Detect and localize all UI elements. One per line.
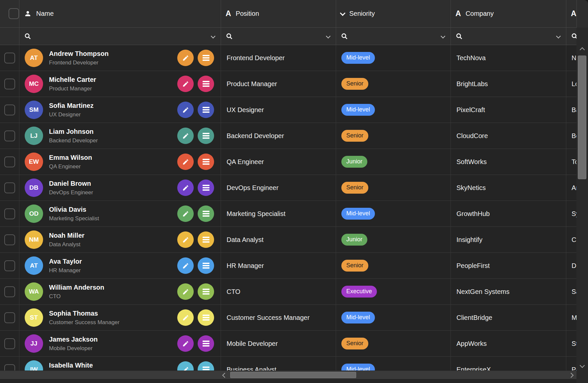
table-row[interactable]: SMSofia MartinezUX DesignerUX DesignerMi… <box>0 97 588 123</box>
scroll-down-arrow-icon[interactable] <box>580 363 585 368</box>
table-row[interactable]: STSophia ThomasCustomer Success ManagerC… <box>0 305 588 331</box>
name-cell: DBDaniel BrownDevOps Engineer <box>19 175 221 201</box>
person-name: Ava Taylor <box>49 258 82 265</box>
hamburger-icon <box>203 289 209 295</box>
table-row[interactable]: LJLiam JohnsonBackend DeveloperBackend D… <box>0 123 588 149</box>
menu-button[interactable] <box>198 154 214 170</box>
company-cell: AppWorks <box>451 331 566 356</box>
header-select-all-cell <box>0 0 19 27</box>
position-cell: Product Manager <box>221 71 336 97</box>
filter-cell-company <box>451 28 566 45</box>
column-header-position[interactable]: A Position <box>221 0 336 27</box>
name-text-block: Michelle CarterProduct Manager <box>49 76 96 92</box>
table-row[interactable]: ATAva TaylorHR ManagerHR ManagerSeniorPe… <box>0 253 588 279</box>
edit-button[interactable] <box>177 205 194 222</box>
name-text-block: Sophia ThomasCustomer Success Manager <box>49 310 119 326</box>
column-header-company[interactable]: A Company <box>451 0 566 27</box>
column-header-seniority[interactable]: Seniority <box>336 0 451 27</box>
row-checkbox[interactable] <box>4 208 15 219</box>
scroll-up-arrow-icon[interactable] <box>580 47 585 53</box>
menu-button[interactable] <box>198 50 214 66</box>
edit-button[interactable] <box>177 257 194 274</box>
select-all-checkbox[interactable] <box>9 8 19 19</box>
row-checkbox[interactable] <box>4 79 15 89</box>
row-select-cell <box>0 45 19 71</box>
menu-button[interactable] <box>198 283 214 300</box>
seniority-filter-input[interactable] <box>348 33 441 40</box>
name-text-block: Emma WilsonQA Engineer <box>49 154 92 170</box>
position-cell: QA Engineer <box>221 149 336 175</box>
edit-button[interactable] <box>177 231 194 248</box>
table-row[interactable]: EWEmma WilsonQA EngineerQA EngineerJunio… <box>0 149 588 175</box>
menu-button[interactable] <box>198 76 214 92</box>
table-row[interactable]: ODOlivia DavisMarketing SpecialistMarket… <box>0 201 588 227</box>
name-text-block: Noah MillerData Analyst <box>49 232 85 248</box>
edit-button[interactable] <box>177 154 194 170</box>
filter-dropdown-chevron-icon[interactable] <box>556 34 561 38</box>
menu-button[interactable] <box>198 205 214 222</box>
text-column-icon: A <box>571 10 576 17</box>
menu-button[interactable] <box>198 231 214 248</box>
table-row[interactable]: WAWilliam AndersonCTOCTOExecutiveNextGen… <box>0 279 588 305</box>
row-checkbox[interactable] <box>4 338 15 349</box>
company-filter-input[interactable] <box>463 33 557 40</box>
person-name: Andrew Thompson <box>49 50 109 58</box>
vertical-scrollbar[interactable] <box>576 28 588 383</box>
row-checkbox[interactable] <box>4 312 15 323</box>
person-icon <box>24 10 32 17</box>
filter-dropdown-chevron-icon[interactable] <box>211 34 215 38</box>
menu-button[interactable] <box>198 309 214 326</box>
menu-button[interactable] <box>198 128 214 144</box>
table-row[interactable]: ATAndrew ThompsonFrontend DeveloperFront… <box>0 45 588 71</box>
name-cell: JJJames JacksonMobile Developer <box>19 331 221 356</box>
edit-button[interactable] <box>177 50 194 66</box>
edit-button[interactable] <box>177 180 194 196</box>
edit-button[interactable] <box>177 76 194 92</box>
row-checkbox[interactable] <box>4 156 15 167</box>
name-text-block: Sofia MartinezUX Designer <box>49 102 94 118</box>
row-checkbox[interactable] <box>4 260 15 271</box>
row-actions <box>177 257 214 274</box>
filter-dropdown-chevron-icon[interactable] <box>441 34 445 38</box>
column-header-name[interactable]: Name <box>19 0 221 27</box>
filter-dropdown-chevron-icon[interactable] <box>326 34 331 38</box>
pencil-icon <box>182 107 189 113</box>
vertical-scrollbar-thumb[interactable] <box>578 56 586 179</box>
menu-button[interactable] <box>198 335 214 352</box>
name-text-block: Andrew ThompsonFrontend Developer <box>49 50 109 66</box>
search-icon <box>341 33 348 40</box>
edit-button[interactable] <box>177 309 194 326</box>
horizontal-scrollbar-thumb[interactable] <box>230 372 356 378</box>
row-checkbox[interactable] <box>4 234 15 245</box>
pencil-icon <box>182 314 189 321</box>
table-row[interactable]: NMNoah MillerData AnalystData AnalystJun… <box>0 227 588 253</box>
row-actions <box>177 309 214 326</box>
edit-button[interactable] <box>177 102 194 118</box>
pencil-icon <box>182 236 189 243</box>
menu-button[interactable] <box>198 102 214 118</box>
person-subtitle: Customer Success Manager <box>49 319 119 326</box>
edit-button[interactable] <box>177 283 194 300</box>
hamburger-icon <box>203 341 209 347</box>
table-row[interactable]: JJJames JacksonMobile DeveloperMobile De… <box>0 331 588 357</box>
data-grid: Name A Position Seniority A Company A <box>0 0 588 383</box>
horizontal-scrollbar[interactable] <box>0 371 576 379</box>
scroll-left-arrow-icon[interactable] <box>222 373 228 378</box>
row-checkbox[interactable] <box>4 182 15 193</box>
row-checkbox[interactable] <box>4 286 15 297</box>
edit-button[interactable] <box>177 128 194 144</box>
edit-button[interactable] <box>177 335 194 352</box>
table-row[interactable]: DBDaniel BrownDevOps EngineerDevOps Engi… <box>0 175 588 201</box>
menu-button[interactable] <box>198 257 214 274</box>
row-checkbox[interactable] <box>4 105 15 115</box>
row-checkbox[interactable] <box>4 53 15 63</box>
text-column-icon: A <box>455 10 461 17</box>
position-filter-input[interactable] <box>233 33 327 40</box>
position-cell: HR Manager <box>221 253 336 278</box>
scroll-right-arrow-icon[interactable] <box>569 373 574 378</box>
row-checkbox[interactable] <box>4 131 15 141</box>
menu-button[interactable] <box>198 180 214 196</box>
hamburger-icon <box>203 133 209 139</box>
table-row[interactable]: MCMichelle CarterProduct ManagerProduct … <box>0 71 588 97</box>
name-filter-input[interactable] <box>31 33 211 40</box>
